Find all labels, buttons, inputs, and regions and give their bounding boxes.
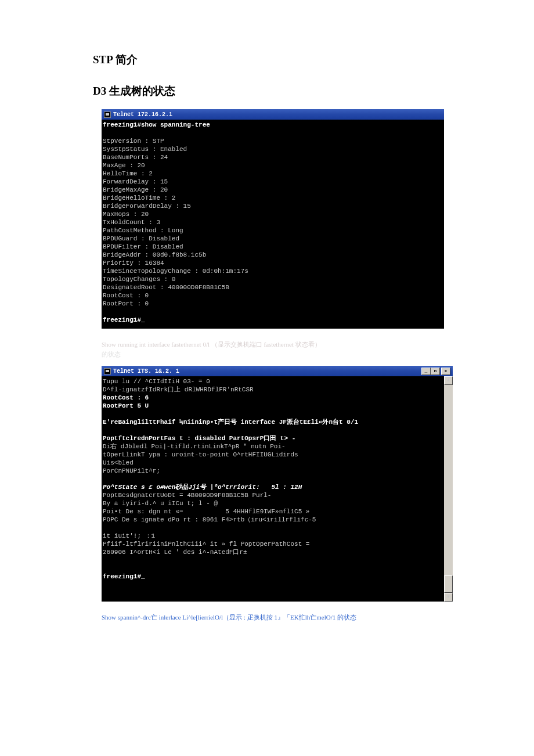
t1-line-11: PathCostMethod : Long xyxy=(103,227,183,234)
t2-line-10: Uis<bled xyxy=(103,459,134,466)
t2-line-16: Poi•t De s: dgn nt «= 5 4HHHflE9IWF»nfl1… xyxy=(103,508,309,515)
terminal2-prompt: freezing1#_ xyxy=(103,573,145,580)
terminal-icon xyxy=(104,111,111,118)
maximize-button[interactable]: n xyxy=(431,368,440,375)
terminal-icon xyxy=(104,368,111,375)
terminal-title-2: Telnet ITS. 1&.2. 1 xyxy=(113,368,179,375)
t1-line-8: BridgeForwardDelay : 15 xyxy=(103,203,191,210)
t1-line-1: SysStpStatus : Enabled xyxy=(103,146,187,153)
terminal-titlebar-1: Telnet 172.16.2.1 xyxy=(102,109,444,120)
scroll-down-button[interactable]: ▼ xyxy=(444,593,453,602)
t1-line-6: BridgeMaxAge : 20 xyxy=(103,186,168,193)
t1-line-18: DesignatedRoot : 400000D0F8B81C5B xyxy=(103,284,229,291)
caption-bottom: Show spannin^-drc亡 inlerlace Li^le[lierr… xyxy=(102,613,441,622)
t1-line-16: TimeSinceTopologyChange : 0d:0h:1m:17s xyxy=(103,268,248,275)
t1-line-0: StpVersion : STP xyxy=(103,138,164,145)
t1-line-15: Priority : 16384 xyxy=(103,260,164,267)
scrollbar-track[interactable] xyxy=(444,385,453,593)
close-button[interactable]: x xyxy=(441,368,450,375)
caption-faded-1: Show running int interface fastethernet … xyxy=(102,340,441,349)
t1-line-2: BaseNumPorts : 24 xyxy=(103,154,168,161)
scrollbar-thumb[interactable] xyxy=(444,575,453,593)
terminal-body-1: freezing1#show spanning-tree StpVersion … xyxy=(102,120,444,329)
t2-line-0: Tupu lu // ^CIIdIIiH 03- = 0 xyxy=(103,378,210,385)
t2-line-7: PoptftclrednPortFas t : disabled PartOps… xyxy=(103,435,295,442)
t1-line-9: MaxHops : 20 xyxy=(103,211,149,218)
t2-line-8: Di右 dJbledl Poi|-tifld.rtinLinkT^pR " nu… xyxy=(103,443,286,450)
t2-line-2: RootCost : 6 xyxy=(103,394,149,401)
scroll-up-button[interactable]: ▲ xyxy=(444,376,453,385)
t2-line-15: By a iyiri-d.^ u iICu t; l - @ xyxy=(103,500,218,507)
terminal-title-1: Telnet 172.16.2.1 xyxy=(113,111,172,118)
t1-line-10: TxHoldCount : 3 xyxy=(103,219,160,226)
terminal-titlebar-2: Telnet ITS. 1&.2. 1 _n x xyxy=(102,366,453,376)
terminal-window-2: Telnet ITS. 1&.2. 1 _n x Tupu lu // ^CII… xyxy=(102,366,453,602)
t1-line-7: BridgeHelloTime : 2 xyxy=(103,195,175,201)
minimize-button[interactable]: _ xyxy=(421,368,431,375)
t2-line-9: tOperLlinkT ypa : uroint-to-point O^rtHF… xyxy=(103,451,298,458)
t2-line-19: it iuit'!; ：1 xyxy=(103,532,155,539)
t2-line-3: RootPort 5 U xyxy=(103,402,149,409)
t2-line-21: 260906 I^ortH<i Le ' des i^-nAtedF口r± xyxy=(103,549,247,556)
t2-line-13: Po^tState s £ o#wen砂品Jji号 |ºo^trriorit: … xyxy=(103,484,302,491)
section-title-stp: STP 简介 xyxy=(93,52,441,67)
t1-line-19: RootCost : 0 xyxy=(103,292,149,299)
t2-line-11: PorCnPNUPilt^r; xyxy=(103,467,160,474)
t1-line-12: BPDUGuard : Disabled xyxy=(103,235,179,242)
terminal-body-2: Tupu lu // ^CIIdIIiH 03- = 0 D^fl-ignatz… xyxy=(102,376,453,602)
terminal-window-1: Telnet 172.16.2.1 freezing1#show spannin… xyxy=(102,109,444,329)
t2-line-5: E'reBainglilttFhaif ≒niininp•t产日号 interf… xyxy=(103,419,358,426)
t1-line-3: MaxAge : 20 xyxy=(103,162,145,169)
t1-line-13: BPDUFilter : Disabled xyxy=(103,243,183,250)
t1-line-5: ForwardDelay : 15 xyxy=(103,178,168,185)
t2-line-1: D^fl-ignatzfIdRrk口上 dRlWHRDflFR'nRtCSR xyxy=(103,386,254,393)
window-controls: _n x xyxy=(421,368,450,375)
t2-line-17: POPC De s ignate dPo rt : 8961 F4>rtb（ir… xyxy=(103,516,316,523)
t1-line-20: RootPort : 0 xyxy=(103,300,149,307)
section-title-d3: D3 生成树的状态 xyxy=(93,84,441,99)
t1-line-4: HelloTime : 2 xyxy=(103,170,153,177)
t2-line-14: PoptBcsdgnatcrtUoDt = 4B0090D9F8BB1C5B P… xyxy=(103,492,271,499)
t2-line-20: Pfiif-ltflririiniPnlthCiii^ it » fl Popt… xyxy=(103,541,309,548)
t1-line-14: BridgeAddr : 00d0.f8b8.1c5b xyxy=(103,251,206,258)
caption-faded-2: 的状态 xyxy=(102,350,441,359)
terminal-prompt-1: freezing1#show spanning-tree xyxy=(103,121,210,128)
terminal-prompt-2: freezing1#_ xyxy=(103,316,145,323)
t1-line-17: TopologyChanges : 0 xyxy=(103,276,175,283)
scrollbar[interactable]: ▲ ▼ xyxy=(444,376,453,602)
